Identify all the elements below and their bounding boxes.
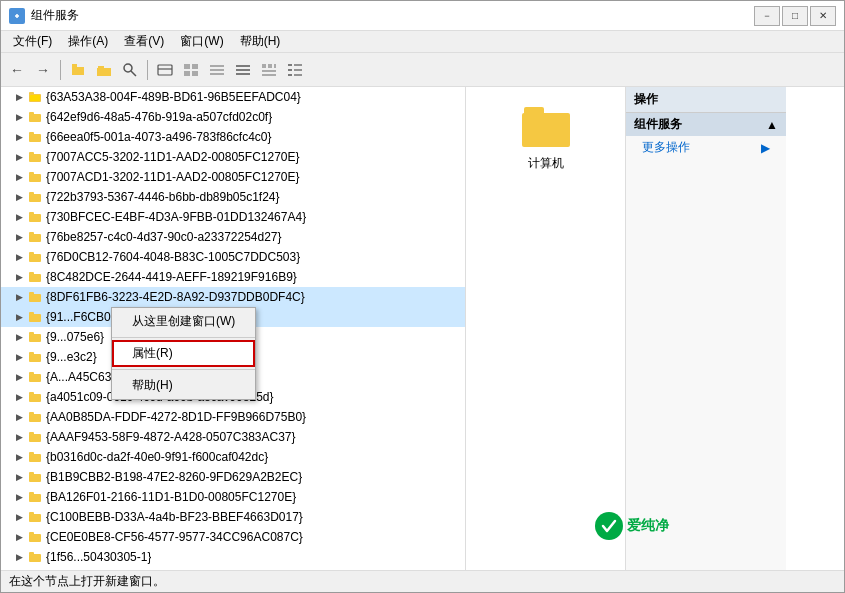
tree-item[interactable]: ▶ {8C482DCE-2644-4419-AEFF-189219F916B9} — [1, 267, 465, 287]
menu-action[interactable]: 操作(A) — [60, 31, 116, 52]
menu-file[interactable]: 文件(F) — [5, 31, 60, 52]
menu-help[interactable]: 帮助(H) — [232, 31, 289, 52]
item-icon — [27, 449, 43, 465]
tree-item[interactable]: ▶ {63A53A38-004F-489B-BD61-96B5EEFADC04} — [1, 87, 465, 107]
svg-rect-44 — [29, 214, 41, 222]
expand-icon: ▶ — [11, 129, 27, 145]
tree-item[interactable]: ▶ {C100BEBB-D33A-4a4b-BF23-BBEF4663D017} — [1, 507, 465, 527]
toolbar-layout2[interactable] — [205, 58, 229, 82]
tree-label: {AA0B85DA-FDDF-4272-8D1D-FF9B966D75B0} — [46, 410, 306, 424]
context-menu: 从这里创建窗口(W) 属性(R) 帮助(H) — [111, 307, 256, 400]
watermark-logo — [595, 512, 623, 540]
tree-item[interactable]: ▶ {AAAF9453-58F9-4872-A428-0507C383AC37} — [1, 427, 465, 447]
tree-item[interactable]: ▶ {730BFCEC-E4BF-4D3A-9FBB-01DD132467A4} — [1, 207, 465, 227]
item-icon — [27, 329, 43, 345]
expand-icon: ▶ — [11, 289, 27, 305]
toolbar-layout4[interactable] — [257, 58, 281, 82]
toolbar-back[interactable]: ← — [5, 58, 29, 82]
item-icon — [27, 249, 43, 265]
action-section-header[interactable]: 组件服务 ▲ — [626, 113, 786, 136]
status-text: 在这个节点上打开新建窗口。 — [9, 573, 165, 590]
svg-rect-78 — [29, 554, 41, 562]
tree-label: {BA126F01-2166-11D1-B1D0-00805FC1270E} — [46, 490, 296, 504]
item-icon — [27, 549, 43, 565]
item-icon — [27, 389, 43, 405]
svg-point-5 — [124, 64, 132, 72]
tree-item[interactable]: ▶ {7007ACC5-3202-11D1-AAD2-00805FC1270E} — [1, 147, 465, 167]
expand-icon: ▶ — [11, 89, 27, 105]
context-menu-new-window[interactable]: 从这里创建窗口(W) — [112, 308, 255, 335]
context-menu-separator2 — [112, 369, 255, 370]
arrow-right-icon: ▶ — [761, 141, 770, 155]
svg-rect-13 — [210, 65, 224, 67]
tree-item[interactable]: ▶ {AA0B85DA-FDDF-4272-8D1D-FF9B966D75B0} — [1, 407, 465, 427]
tree-label: {8C482DCE-2644-4419-AEFF-189219F916B9} — [46, 270, 297, 284]
svg-rect-46 — [29, 234, 41, 242]
svg-rect-20 — [268, 64, 272, 68]
toolbar-search[interactable] — [118, 58, 142, 82]
menu-view[interactable]: 查看(V) — [116, 31, 172, 52]
svg-rect-19 — [262, 64, 266, 68]
tree-item[interactable]: ▶ {76be8257-c4c0-4d37-90c0-a23372254d27} — [1, 227, 465, 247]
tree-item[interactable]: ▶ {722b3793-5367-4446-b6bb-db89b05c1f24} — [1, 187, 465, 207]
menu-window[interactable]: 窗口(W) — [172, 31, 231, 52]
tree-item[interactable]: ▶ {66eea0f5-001a-4073-a496-783f86cfc4c0} — [1, 127, 465, 147]
context-menu-separator — [112, 337, 255, 338]
app-icon — [9, 8, 25, 24]
svg-rect-76 — [29, 534, 41, 542]
svg-rect-42 — [29, 194, 41, 202]
toolbar-layout5[interactable] — [283, 58, 307, 82]
svg-rect-56 — [29, 334, 41, 342]
svg-rect-12 — [192, 71, 198, 76]
tree-item[interactable]: ▶ {b0316d0c-da2f-40e0-9f91-f600caf042dc} — [1, 447, 465, 467]
watermark: 爱纯净 — [595, 512, 669, 540]
tree-item[interactable]: ▶ {BA126F01-2166-11D1-B1D0-00805FC1270E} — [1, 487, 465, 507]
svg-rect-68 — [29, 454, 41, 462]
expand-icon: ▶ — [11, 149, 27, 165]
tree-label: {7007ACC5-3202-11D1-AAD2-00805FC1270E} — [46, 150, 300, 164]
context-menu-help[interactable]: 帮助(H) — [112, 372, 255, 399]
item-icon — [27, 89, 43, 105]
middle-panel: 计算机 — [466, 87, 626, 570]
svg-rect-11 — [184, 71, 190, 76]
svg-rect-74 — [29, 514, 41, 522]
item-icon — [27, 269, 43, 285]
tree-label: {C100BEBB-D33A-4a4b-BF23-BBEF4663D017} — [46, 510, 303, 524]
item-icon — [27, 169, 43, 185]
tree-item[interactable]: ▶ {7007ACD1-3202-11D1-AAD2-00805FC1270E} — [1, 167, 465, 187]
toolbar-explore[interactable] — [92, 58, 116, 82]
tree-label: {66eea0f5-001a-4073-a496-783f86cfc4c0} — [46, 130, 272, 144]
context-menu-properties[interactable]: 属性(R) — [112, 340, 255, 367]
tree-item[interactable]: ▶ {CE0E0BE8-CF56-4577-9577-34CC96AC087C} — [1, 527, 465, 547]
item-icon — [27, 489, 43, 505]
tree-item[interactable]: ▶ {76D0CB12-7604-4048-B83C-1005C7DDC503} — [1, 247, 465, 267]
expand-icon: ▶ — [11, 489, 27, 505]
tree-panel: ▶ {63A53A38-004F-489B-BD61-96B5EEFADC04}… — [1, 87, 466, 570]
svg-rect-50 — [29, 274, 41, 282]
actions-panel: 操作 组件服务 ▲ 更多操作 ▶ — [626, 87, 786, 570]
action-more-operations[interactable]: 更多操作 ▶ — [626, 136, 786, 159]
item-icon — [27, 409, 43, 425]
toolbar-layout3[interactable] — [231, 58, 255, 82]
maximize-button[interactable]: □ — [782, 6, 808, 26]
item-icon — [27, 129, 43, 145]
svg-rect-21 — [274, 64, 276, 68]
watermark-text: 爱纯净 — [627, 517, 669, 535]
minimize-button[interactable]: － — [754, 6, 780, 26]
content-area: ▶ {63A53A38-004F-489B-BD61-96B5EEFADC04}… — [1, 87, 844, 570]
toolbar-up[interactable] — [66, 58, 90, 82]
close-button[interactable]: ✕ — [810, 6, 836, 26]
tree-item[interactable]: ▶ {B1B9CBB2-B198-47E2-8260-9FD629A2B2EC} — [1, 467, 465, 487]
toolbar-layout1[interactable] — [179, 58, 203, 82]
tree-item[interactable]: ▶ {1f56...50430305-1} — [1, 547, 465, 567]
tree-item[interactable]: ▶ {642ef9d6-48a5-476b-919a-a507cfd02c0f} — [1, 107, 465, 127]
collapse-icon: ▲ — [766, 118, 778, 132]
svg-rect-7 — [158, 65, 172, 75]
expand-icon: ▶ — [11, 349, 27, 365]
tree-label: {8DF61FB6-3223-4E2D-8A92-D937DDB0DF4C} — [46, 290, 305, 304]
tree-item-selected[interactable]: ▶ {8DF61FB6-3223-4E2D-8A92-D937DDB0DF4C} — [1, 287, 465, 307]
toolbar-folders[interactable] — [153, 58, 177, 82]
svg-rect-23 — [262, 74, 276, 76]
toolbar-forward[interactable]: → — [31, 58, 55, 82]
folder-body — [522, 113, 570, 147]
